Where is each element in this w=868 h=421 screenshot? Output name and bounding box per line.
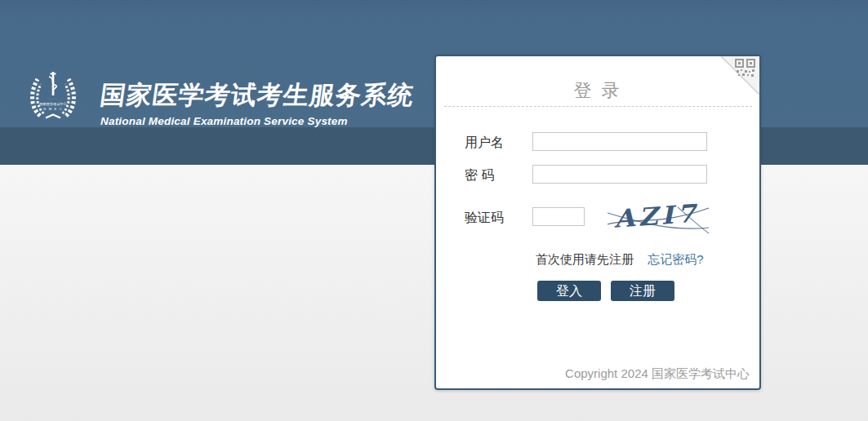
password-input[interactable] [532,165,707,184]
username-input[interactable] [532,132,707,151]
links-row: 首次使用请先注册 忘记密码? [536,252,704,268]
forgot-password-link[interactable]: 忘记密码? [648,252,703,266]
password-label: 密 码 [465,167,494,184]
copyright-text: Copyright 2024 国家医学考试中心 [565,366,750,382]
captcha-input[interactable] [532,207,585,226]
title-block: 国家医学考试考生服务系统 National Medical Examinatio… [100,70,414,127]
title-separator [444,106,752,107]
login-panel: 登 录 用户名 密 码 验证码 AZI7 首次使用请先注册 忘记密码? 登入 注… [434,55,761,390]
emblem-dots: ···· [48,98,59,101]
captcha-label: 验证码 [465,210,504,227]
site-subtitle: National Medical Examination Service Sys… [100,115,414,127]
nmec-emblem-logo: ···· 国家医学考试中心 N M E C [27,70,79,121]
emblem-abbr: N M E C [43,107,63,111]
username-label: 用户名 [465,135,504,152]
register-hint-link[interactable]: 首次使用请先注册 [536,252,634,266]
captcha-image[interactable]: AZI7 [606,197,710,237]
login-button[interactable]: 登入 [537,281,601,301]
brand: ···· 国家医学考试中心 N M E C 国家医学考试考生服务系统 Natio… [27,70,414,127]
captcha-text: AZI7 [612,199,700,233]
register-button[interactable]: 注册 [611,281,674,301]
login-title: 登 录 [436,78,759,103]
site-title: 国家医学考试考生服务系统 [98,78,416,113]
